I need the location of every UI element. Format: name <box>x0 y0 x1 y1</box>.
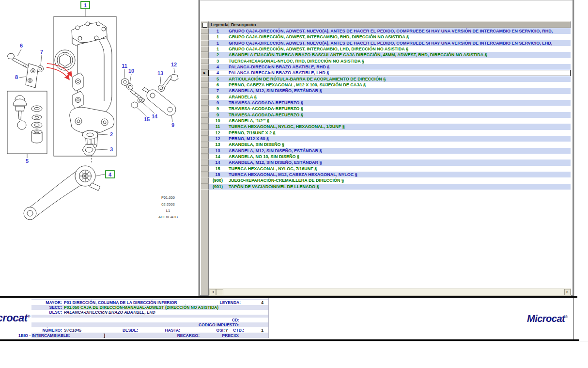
mayor-value: P01 DIRECCIÓN, COLUMNA DE LA DIRECCIÓN I… <box>64 300 177 305</box>
row-description: PERNO, 7/16UNF X 2 § <box>227 130 571 136</box>
select-all-box-icon[interactable] <box>202 23 207 28</box>
column-header-leyenda[interactable]: Leyenda <box>209 21 229 28</box>
row-selector-cell[interactable] <box>201 177 209 183</box>
row-selector-cell[interactable] <box>201 46 209 52</box>
leyenda-label: LEYENDA: <box>213 300 241 305</box>
scroll-left-button[interactable]: ◄ <box>210 289 216 295</box>
callout-4[interactable]: 4 <box>96 171 114 178</box>
table-row[interactable]: (900) JUEGO-REPARACIÓN-CREMAILLERA DE DI… <box>201 177 571 183</box>
table-row[interactable]: 9 TRAVIESA-ACODADA-REFUERZO § <box>201 100 571 106</box>
row-selector-cell[interactable] <box>201 34 209 40</box>
row-selector-cell[interactable] <box>201 172 209 177</box>
callout-12[interactable]: 12 <box>171 62 177 73</box>
row-selector-cell[interactable] <box>201 94 209 100</box>
row-selector-cell[interactable] <box>201 52 209 58</box>
svg-text:13: 13 <box>157 70 163 76</box>
row-selector-cell[interactable] <box>201 124 209 129</box>
table-row[interactable]: 1 GRUPO CAJA-DIRECCIÓN, ADWEST, NUEVO(A)… <box>201 40 571 46</box>
table-row[interactable]: 1 GRUPO CAJA-DIRECCIÓN, ADWEST, INTERCAM… <box>201 34 571 40</box>
table-row[interactable]: ► 4 PALANCA-DIRECCIcN BRAZO ABATIBLE, LH… <box>201 70 571 76</box>
row-selector-cell[interactable]: ► <box>201 70 209 76</box>
row-selector-cell[interactable] <box>201 64 209 70</box>
table-row[interactable]: 15 TUERCA HEXAGONAL, NYLOC, 7/16UNF § <box>201 166 571 172</box>
row-legend: (900) <box>209 177 227 183</box>
microcat-window: 1 <box>0 0 588 368</box>
table-row[interactable]: 13 ARANDELA, M12, SIN DISEÑO, ESTÁNDAR § <box>201 148 571 154</box>
row-selector-cell[interactable] <box>201 130 209 136</box>
callout-5[interactable]: 5 <box>26 154 29 164</box>
horizontal-scrollbar[interactable]: ◄ ► <box>209 288 571 296</box>
table-row[interactable]: 13 ARANDELA, SIN DISEÑO § <box>201 142 571 147</box>
row-legend: 9 <box>209 112 227 118</box>
column-header-descripcion[interactable]: Descripción <box>229 21 571 28</box>
table-row[interactable]: 3 TUERCA-HEXAGONAL-NYLOC, RHD, DIRECCIÓN… <box>201 58 571 64</box>
table-row[interactable]: 6 PERNO, CABEZA HEXAGONAL, M12 X 100, SU… <box>201 82 571 88</box>
callout-8[interactable]: 8 <box>15 74 26 80</box>
table-row[interactable]: 4 PALANCA-DIRECCIcN BRAZO ABATIBLE, RHD … <box>201 64 571 70</box>
callout-6[interactable]: 6 <box>17 43 23 56</box>
scrollbar-thumb[interactable] <box>216 289 223 295</box>
table-row[interactable]: (901) TAPÓN DE VACIADO/NIVEL DE LLENADO … <box>201 184 571 190</box>
callout-3[interactable]: 3 <box>96 146 113 152</box>
table-row[interactable]: 5 ARTICULACIÓN DE RÓTULA-BARRA DE ACOPLA… <box>201 76 571 82</box>
table-row[interactable]: 12 PERNO, 7/16UNF X 2 § <box>201 130 571 136</box>
callout-11[interactable]: 11 <box>122 63 127 78</box>
table-row[interactable]: 2 ARANDELA FIJACIÓN-TUERCA BRAZO BASCULA… <box>201 52 571 58</box>
callout-1[interactable]: 1 <box>81 1 90 16</box>
table-row[interactable]: 11 TUERCA HEXAGONAL, NYLOC, HEXAGONAL, 1… <box>201 124 571 129</box>
table-row[interactable]: 1 GRUPO CAJA-DIRECCIÓN, ADWEST, NUEVO(A)… <box>201 28 571 34</box>
row-selector-cell[interactable] <box>201 136 209 142</box>
intercambiable-value: ] <box>104 333 105 338</box>
row-selector-cell[interactable] <box>201 148 209 154</box>
table-row[interactable]: 9 TRAVIESA-ACODADA-REFUERZO § <box>201 106 571 112</box>
table-row[interactable]: 14 ARANDELA, M12, SIN DISEÑO, ESTÁNDAR § <box>201 160 571 165</box>
svg-text:3: 3 <box>110 146 113 152</box>
callout-10[interactable]: 10 <box>128 68 134 83</box>
row-selector-cell[interactable] <box>201 142 209 147</box>
row-selector-cell[interactable] <box>201 154 209 160</box>
row-selector-cell[interactable] <box>201 166 209 172</box>
row-legend: 13 <box>209 142 227 147</box>
callout-7[interactable]: 7 <box>40 49 43 65</box>
svg-text:12: 12 <box>171 62 177 67</box>
row-selector-cell[interactable] <box>201 106 209 112</box>
table-header: Leyenda Descripción <box>201 21 571 28</box>
row-selector-cell[interactable] <box>201 184 209 190</box>
svg-text:8: 8 <box>15 74 18 80</box>
row-selector-cell[interactable] <box>201 88 209 94</box>
row-legend: 10 <box>209 118 227 124</box>
table-row[interactable]: 8 ARANDELA § <box>201 94 571 100</box>
row-description: ARANDELA, SIN DISEÑO § <box>227 142 571 147</box>
row-description: ARANDELA, '1/2'" § <box>227 118 571 124</box>
table-row[interactable]: 7 ARANDELA, M12, SIN DISEÑO, ESTÁNDAR § <box>201 88 571 94</box>
row-selector-cell[interactable] <box>201 112 209 118</box>
desc-value: PALANCA-DIRECCIcN BRAZO ABATIBLE, LHD <box>64 310 155 315</box>
row-selector-cell[interactable] <box>201 82 209 88</box>
row-selector-cell[interactable] <box>201 58 209 64</box>
row-description: ARANDELA, NO 10, SIN DISEÑO § <box>227 154 571 160</box>
desc-label: DESC: <box>34 310 62 315</box>
row-selector-cell[interactable] <box>201 40 209 46</box>
pane-right-border <box>573 0 574 296</box>
row-selector-cell[interactable] <box>201 118 209 124</box>
mayor-label: MAYOR: <box>34 300 62 305</box>
table-row[interactable]: 15 TUERCA HEXAGONAL, M12, CABEZA HEXAGON… <box>201 172 571 177</box>
row-selector-cell[interactable] <box>201 28 209 34</box>
table-row[interactable]: 10 ARANDELA, '1/2'" § <box>201 118 571 124</box>
table-row[interactable]: 14 ARANDELA, NO 10, SIN DISEÑO § <box>201 154 571 160</box>
row-selector-cell[interactable] <box>201 100 209 106</box>
callout-13[interactable]: 13 <box>157 70 163 84</box>
svg-text:4: 4 <box>108 172 112 177</box>
row-selector-cell[interactable] <box>201 76 209 82</box>
callout-15[interactable]: 15 <box>137 108 150 122</box>
table-row[interactable]: 1 GRUPO CAJA-DIRECCIÓN, ADWEST, INTERCAM… <box>201 46 571 52</box>
table-row[interactable]: 9 TRAVIESA-ACODADA-REFUERZO § <box>201 112 571 118</box>
callout-9[interactable]: 9 <box>171 115 174 128</box>
row-selector-cell[interactable] <box>201 160 209 165</box>
select-all-cell[interactable] <box>201 21 209 28</box>
table-row[interactable]: 12 PERNO, M12 X 60 § <box>201 136 571 142</box>
scroll-right-icon: ► <box>566 290 569 293</box>
row-legend: 4 <box>209 70 227 76</box>
scroll-right-button[interactable]: ► <box>564 289 571 295</box>
svg-text:6: 6 <box>20 43 23 48</box>
